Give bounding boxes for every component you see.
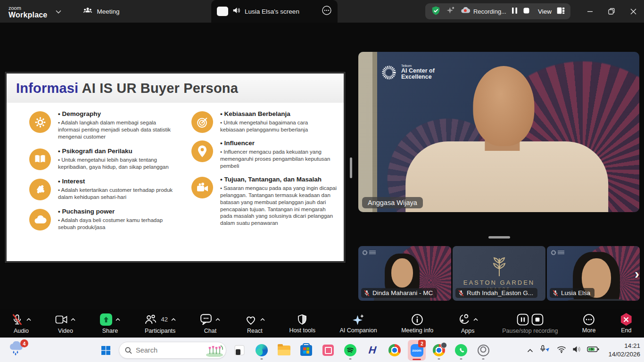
tab-options-icon[interactable] [322,5,332,17]
host-tools-button[interactable]: Host tools [289,313,315,334]
windows-taskbar: 4 H zoom [0,337,644,362]
meeting-stage: Informasi AI IS UR Buyer Persona Demogra… [0,23,644,309]
video-button[interactable]: Video [55,313,75,334]
panel-resize-handle-vertical[interactable] [350,157,352,178]
participant-name-tag: Anggasa Wijaya [362,197,423,208]
weather-widget[interactable]: 4 [8,341,26,359]
tab-meeting[interactable]: Meeting [83,7,119,16]
chrome-profile-icon[interactable] [430,340,448,360]
stop-recording-icon [531,313,544,326]
volume-icon[interactable] [572,346,581,355]
close-button[interactable] [622,0,644,23]
easton-garden-leaf-logo [488,256,510,277]
taskbar-search[interactable] [119,342,226,359]
target-icon [191,111,213,133]
recording-label: Recording... [473,8,506,15]
zoom-badge: 2 [418,340,426,347]
panel-resize-handle-horizontal[interactable] [488,236,510,239]
taskbar-clock[interactable]: 14:21 14/02/2026 [608,342,640,358]
tab-shared-screen[interactable]: Lusia Elsa's screen [211,0,338,23]
end-meeting-button[interactable]: End [620,313,633,334]
zoom-app-icon-active[interactable]: zoom 2 [408,340,426,361]
tray-expand-chevron-icon[interactable] [527,346,533,354]
video-camera-icon [55,314,67,325]
chat-icon [200,313,212,325]
chevron-down-icon[interactable] [56,7,61,16]
file-explorer-icon[interactable] [275,340,293,360]
restore-button[interactable] [601,0,622,23]
tab-meeting-label: Meeting [97,8,119,15]
whatsapp-icon[interactable] [452,340,470,360]
meeting-toolbar: Audio Video Share 42 Partici [0,309,644,337]
audio-button[interactable]: Audio [11,313,31,334]
slide-item-kebiasaan: Kebiasaan Berbelanja Untuk mengetahui ba… [191,110,339,133]
item-heading: Psikografi dan Perilaku [58,148,179,155]
participant-name-tag: Ruth Indah_Easton G... [455,288,537,298]
view-layout-icon[interactable] [557,7,565,16]
video-thumbnail-dinda[interactable]: Dinda Maharani - MC [358,246,451,301]
chat-button[interactable]: Chat [200,313,220,334]
participant-name-tag: Lusia Elsa [550,288,594,298]
search-input[interactable] [136,346,201,354]
zoom-meeting-window: zoom Workplace Meeting Lusia Elsa's scre… [0,0,644,362]
chevron-up-icon[interactable] [473,318,478,321]
view-button-label[interactable]: View [538,8,552,15]
microsoft-store-icon[interactable] [297,340,315,360]
stop-recording-icon[interactable] [523,7,530,16]
chrome-icon[interactable] [386,340,404,360]
slide-item-psikografi: Psikografi dan Perilaku Untuk mengetahui… [29,148,179,171]
chevron-up-icon[interactable] [215,318,220,321]
spotify-icon[interactable] [341,340,359,360]
chevron-up-icon[interactable] [116,318,120,321]
search-icon [125,347,132,354]
item-body: Adalah langkah dalam membagi segala info… [58,119,179,140]
chevron-up-icon[interactable] [26,318,31,321]
start-button[interactable] [97,340,115,360]
chevron-up-icon[interactable] [171,318,176,321]
window-controls [579,0,644,23]
pause-stop-recording-button[interactable]: Pause/stop recording [502,313,558,334]
apps-icon [458,313,470,326]
item-body: Untuk mengetahui bagaimana cara kebiasaa… [220,119,314,133]
clock-time: 14:21 [608,342,640,350]
ai-sparkle-icon[interactable] [446,6,455,17]
brand-zoom-text: zoom [8,5,21,11]
more-button[interactable]: More [582,313,595,334]
meeting-info-button[interactable]: Meeting info [401,313,433,334]
participants-button[interactable]: 42 Participants [144,313,175,334]
shield-icon [297,313,308,326]
slide-title-accent: Informasi [16,81,78,96]
main-speaker-video[interactable]: Telkom AI Center of Excellence Anggasa W… [358,52,639,212]
security-shield-icon[interactable] [431,6,441,17]
widgets-app-icon[interactable] [231,340,248,360]
apps-button[interactable]: Apps [458,313,478,334]
ai-companion-button[interactable]: AI Companion [339,313,377,334]
end-meeting-icon [620,313,633,326]
h-app-icon[interactable]: H [363,340,381,360]
speaker-icon [232,7,240,16]
ai-companion-sparkle-icon [352,313,365,326]
info-icon [411,313,423,326]
slide-item-influencer: Influencer Influencer mengacu pada kekua… [191,140,339,170]
slide-title: Informasi AI IS UR Buyer Persona [16,81,238,96]
share-button[interactable]: Share [100,313,120,334]
wifi-icon[interactable] [557,346,566,355]
next-participants-arrow[interactable]: › [631,266,643,282]
pause-recording-icon[interactable] [512,7,518,16]
video-thumbnail-lusia[interactable]: Lusia Elsa [547,246,640,301]
tray-mic-location-icon[interactable] [539,345,551,355]
chevron-up-icon[interactable] [71,318,75,321]
slide-title-rest: AI IS UR Buyer Persona [78,81,238,96]
chevron-up-icon[interactable] [260,318,265,321]
cloud-icon [29,209,51,230]
minimize-button[interactable] [579,0,601,23]
video-thumbnail-ruth[interactable]: EASTON GARDEN INAKOE Ruth Indah_Easton G… [453,246,545,301]
participants-icon [144,314,157,325]
edge-browser-icon[interactable] [253,340,271,360]
react-button[interactable]: React [245,313,265,334]
window-title-bar: zoom Workplace Meeting Lusia Elsa's scre… [0,0,644,23]
photos-app-icon[interactable] [319,340,337,360]
muted-mic-icon [458,290,464,296]
ring-app-icon[interactable] [474,340,492,360]
battery-icon[interactable] [587,346,599,354]
